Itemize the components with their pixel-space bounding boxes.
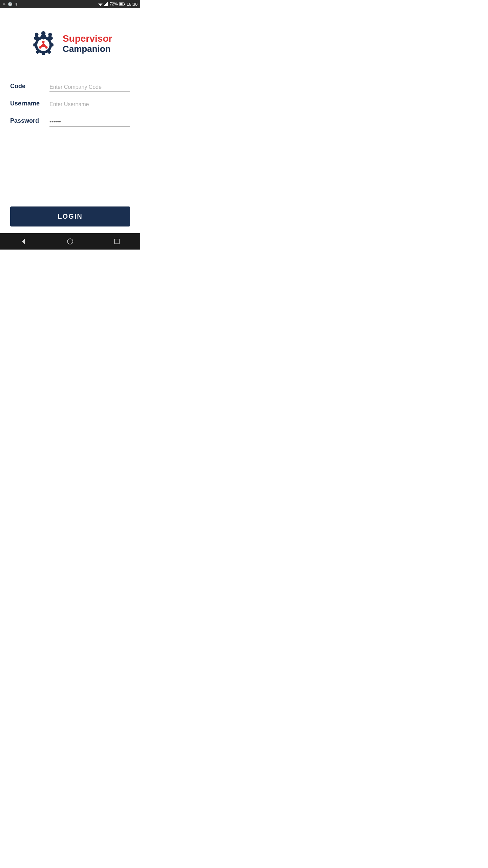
code-label: Code <box>10 83 44 92</box>
svg-rect-3 <box>104 5 105 6</box>
username-input[interactable] <box>49 100 130 109</box>
svg-point-30 <box>34 36 39 41</box>
login-button[interactable]: LOGIN <box>10 206 130 226</box>
svg-point-23 <box>42 41 44 43</box>
microphone-icon: 🎙 <box>15 2 18 6</box>
svg-point-34 <box>67 239 73 244</box>
logo-supervisor-text: Supervisor <box>63 34 112 44</box>
recent-apps-button[interactable] <box>107 235 127 248</box>
svg-rect-5 <box>106 3 107 6</box>
svg-rect-4 <box>105 4 106 6</box>
signal-icon <box>104 2 108 6</box>
svg-rect-15 <box>33 43 36 46</box>
svg-point-20 <box>42 43 45 46</box>
password-label: Password <box>10 117 44 126</box>
password-input-wrapper <box>49 117 130 126</box>
password-row: Password <box>10 117 130 126</box>
svg-rect-6 <box>107 2 108 6</box>
wifi-icon <box>98 2 103 6</box>
svg-marker-33 <box>22 239 25 244</box>
home-button[interactable] <box>60 235 80 248</box>
battery-icon <box>119 2 125 6</box>
clock-icon: 🕐 <box>8 2 13 6</box>
svg-rect-14 <box>50 43 54 46</box>
logo-icon <box>28 28 59 59</box>
code-input-wrapper <box>49 83 130 92</box>
username-row: Username <box>10 100 130 109</box>
status-bar-left: ✏ 🕐 🎙 <box>3 2 18 6</box>
svg-rect-13 <box>42 52 45 55</box>
svg-point-31 <box>48 33 52 37</box>
svg-rect-35 <box>115 239 119 244</box>
code-row: Code <box>10 83 130 92</box>
main-content: Supervisor Campanion Code Username Passw… <box>0 8 140 233</box>
login-form: Code Username Password <box>10 83 130 126</box>
svg-rect-8 <box>124 3 125 5</box>
status-bar: ✏ 🕐 🎙 72% 18:30 <box>0 0 140 8</box>
svg-point-29 <box>35 33 39 37</box>
password-input[interactable] <box>49 117 130 126</box>
code-input[interactable] <box>49 83 130 92</box>
status-time: 18:30 <box>126 2 138 7</box>
logo-companion-text: Campanion <box>63 44 112 54</box>
logo-text: Supervisor Campanion <box>63 34 112 54</box>
username-input-wrapper <box>49 100 130 109</box>
status-bar-right: 72% 18:30 <box>98 2 138 7</box>
svg-point-32 <box>47 36 53 41</box>
pen-icon: ✏ <box>3 2 6 6</box>
bottom-nav-bar <box>0 233 140 250</box>
username-label: Username <box>10 100 44 109</box>
svg-point-28 <box>40 35 46 39</box>
battery-percent: 72% <box>109 2 118 6</box>
back-button[interactable] <box>13 235 34 248</box>
logo-area: Supervisor Campanion <box>28 28 112 59</box>
